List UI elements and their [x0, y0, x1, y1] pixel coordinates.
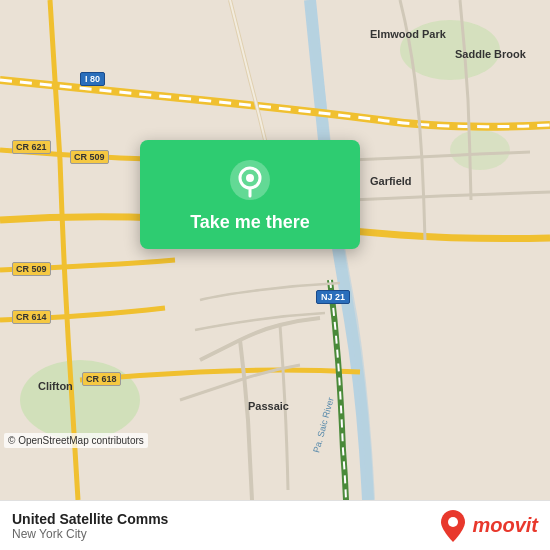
label-nj21: NJ 21	[316, 290, 350, 304]
map-container: I 80 CR 621 CR 509 CR 509 CR 614 CR 618 …	[0, 0, 550, 500]
svg-point-3	[400, 20, 500, 80]
label-cr509b: CR 509	[12, 262, 51, 276]
take-me-there-button[interactable]: Take me there	[190, 212, 310, 233]
location-info: United Satellite Comms New York City	[12, 511, 168, 541]
label-passaic: Passaic	[248, 400, 289, 412]
pin-icon	[228, 158, 272, 202]
svg-point-8	[448, 517, 458, 527]
label-cr621: CR 621	[12, 140, 51, 154]
label-garfield: Garfield	[370, 175, 412, 187]
label-river: Pa. Saic River	[311, 396, 335, 454]
moovit-pin-icon	[438, 508, 468, 544]
osm-attribution: © OpenStreetMap contributors	[4, 433, 148, 448]
svg-point-7	[246, 174, 254, 182]
moovit-logo: moovit	[438, 508, 538, 544]
bottom-bar: United Satellite Comms New York City moo…	[0, 500, 550, 550]
label-cr618: CR 618	[82, 372, 121, 386]
label-cr509a: CR 509	[70, 150, 109, 164]
location-name: United Satellite Comms	[12, 511, 168, 527]
label-saddle: Saddle Brook	[455, 48, 526, 60]
svg-point-4	[450, 130, 510, 170]
moovit-text: moovit	[472, 514, 538, 537]
cta-card[interactable]: Take me there	[140, 140, 360, 249]
label-cr614: CR 614	[12, 310, 51, 324]
label-clifton: Clifton	[38, 380, 73, 392]
location-city: New York City	[12, 527, 168, 541]
label-elmwood: Elmwood Park	[370, 28, 446, 40]
label-i80: I 80	[80, 72, 105, 86]
svg-point-2	[20, 360, 140, 440]
